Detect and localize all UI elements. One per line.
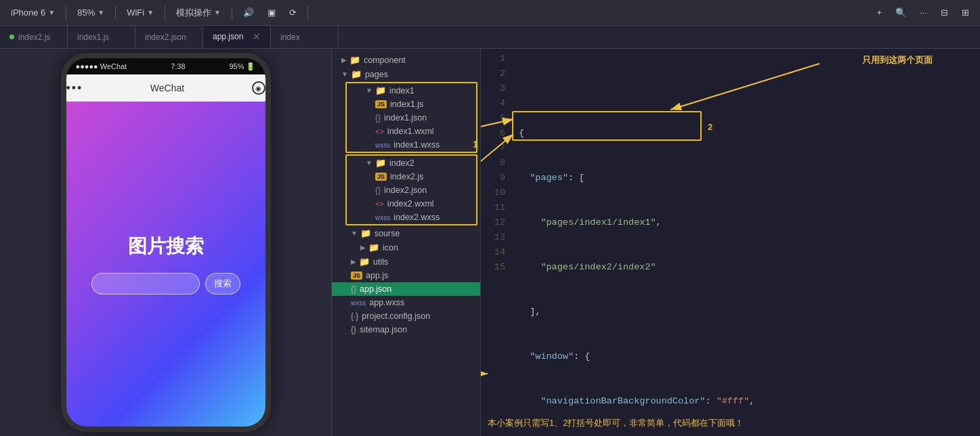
battery-label: 85% bbox=[77, 7, 95, 18]
wxml-icon: <> bbox=[375, 200, 384, 208]
folder-label: sourse bbox=[375, 229, 400, 238]
divider-5 bbox=[307, 6, 308, 20]
file-label: index1.wxml bbox=[387, 127, 434, 136]
folder-component[interactable]: ▶ 📁 component bbox=[332, 53, 480, 67]
file-index2wxml[interactable]: <> index2.wxml bbox=[347, 197, 476, 211]
file-appjson[interactable]: {} app.json bbox=[332, 282, 480, 296]
divider-2 bbox=[115, 6, 116, 20]
file-appwxss[interactable]: wxss app.wxss bbox=[332, 296, 480, 309]
json-icon: {} bbox=[351, 284, 356, 294]
code-editor[interactable]: 只用到这两个页面 1 2 3 4 5 6 7 8 9 10 11 12 13 1… bbox=[481, 49, 980, 436]
tab-index1js[interactable]: index1.js bbox=[68, 26, 135, 48]
code-area: 1 2 3 4 5 6 7 8 9 10 11 12 13 14 15 { "p… bbox=[481, 49, 980, 436]
file-index1js[interactable]: JS index1.js bbox=[347, 97, 476, 111]
phone-preview: ●●●●● WeChat 7:38 95% 🔋 ••• WeChat ◉ 图片搜… bbox=[0, 49, 332, 436]
audio-btn[interactable]: 🔊 bbox=[238, 5, 259, 20]
folder-icon: 📁 bbox=[375, 85, 386, 95]
file-projectconfig[interactable]: {·} project.config.json bbox=[332, 309, 480, 323]
folder-utils[interactable]: ▶ 📁 utils bbox=[332, 255, 480, 269]
phone-nav-dots: ••• bbox=[66, 81, 83, 95]
toolbar: iPhone 6 ▼ 85% ▼ WiFi ▼ 模拟操作 ▼ 🔊 ▣ ⟳ + 🔍… bbox=[0, 0, 980, 26]
divider-4 bbox=[232, 6, 232, 20]
file-label: app.wxss bbox=[369, 298, 404, 307]
battery-selector[interactable]: 85% ▼ bbox=[72, 5, 110, 20]
code-line-6: ], bbox=[519, 305, 973, 320]
json-icon: {} bbox=[375, 113, 381, 123]
device-chevron: ▼ bbox=[48, 9, 55, 16]
line-num: 6 bbox=[481, 126, 505, 141]
index2-group-box: ▼ 📁 index2 JS index2.js {} index2.json <… bbox=[345, 154, 477, 225]
file-appjs[interactable]: JS app.js bbox=[332, 269, 480, 282]
code-line-3: "pages": [ bbox=[519, 171, 973, 186]
network-label: WiFi bbox=[127, 7, 144, 18]
code-line-2: { bbox=[519, 126, 973, 141]
layout-btn[interactable]: ⊟ bbox=[935, 5, 954, 20]
tab-label: index1.js bbox=[77, 32, 109, 42]
folder-icon: 📁 bbox=[368, 242, 379, 253]
file-label: index1.js bbox=[390, 100, 423, 109]
tab-index2json[interactable]: index2.json bbox=[135, 26, 203, 48]
js-icon: JS bbox=[375, 173, 387, 181]
folder-label: utils bbox=[373, 257, 388, 267]
divider-1 bbox=[66, 6, 66, 20]
chevron-down-icon: ▼ bbox=[341, 70, 348, 78]
line-num: 2 bbox=[481, 66, 505, 81]
js-icon: JS bbox=[375, 100, 387, 108]
folder-index1[interactable]: ▼ 📁 index1 bbox=[347, 83, 476, 97]
chevron-down-icon: ▼ bbox=[366, 159, 372, 167]
tab-index2js[interactable]: index2.js bbox=[0, 26, 68, 48]
phone-nav-title: WeChat bbox=[91, 83, 243, 93]
screen-btn[interactable]: ▣ bbox=[262, 5, 281, 20]
tab-label: index bbox=[280, 32, 300, 42]
simulate-selector[interactable]: 模拟操作 ▼ bbox=[171, 5, 226, 21]
search-btn[interactable]: 🔍 bbox=[890, 5, 912, 20]
folder-label: pages bbox=[365, 70, 388, 79]
js-icon: JS bbox=[351, 271, 362, 280]
line-num: 12 bbox=[481, 215, 505, 230]
code-line-1 bbox=[519, 81, 973, 96]
wxss-icon: wxss bbox=[351, 299, 366, 307]
more-btn[interactable]: ··· bbox=[914, 5, 933, 20]
folder-index2[interactable]: ▼ 📁 index2 bbox=[347, 156, 476, 170]
add-btn[interactable]: + bbox=[872, 5, 888, 20]
phone-battery: 95% 🔋 bbox=[229, 62, 255, 71]
file-label: index2.js bbox=[390, 172, 423, 181]
device-selector[interactable]: iPhone 6 ▼ bbox=[5, 5, 60, 20]
wxml-icon: <> bbox=[375, 127, 384, 135]
folder-label: index2 bbox=[389, 158, 414, 168]
network-selector[interactable]: WiFi ▼ bbox=[121, 5, 159, 20]
screen-icon: ▣ bbox=[268, 7, 276, 18]
folder-icon: 📁 bbox=[349, 55, 360, 65]
file-index2json[interactable]: {} index2.json bbox=[347, 183, 476, 197]
phone-search-button[interactable]: 搜索 bbox=[205, 273, 240, 295]
phone-search-input[interactable] bbox=[91, 273, 200, 295]
tab-appjson[interactable]: app.json ✕ bbox=[203, 26, 271, 48]
file-index1wxss[interactable]: wxss index1.wxss bbox=[347, 138, 476, 152]
folder-icon-dir[interactable]: ▶ 📁 icon bbox=[332, 240, 480, 255]
code-line-8: "navigationBarBackgroundColor": "#fff", bbox=[519, 394, 973, 409]
tab-close-icon[interactable]: ✕ bbox=[253, 31, 261, 42]
file-index2js[interactable]: JS index2.js bbox=[347, 170, 476, 183]
folder-label: index1 bbox=[389, 86, 414, 95]
split-btn[interactable]: ⊞ bbox=[956, 5, 975, 20]
file-label: index1.json bbox=[384, 113, 427, 123]
tab-index[interactable]: index bbox=[271, 26, 339, 48]
divider-3 bbox=[165, 6, 165, 20]
folder-pages[interactable]: ▼ 📁 pages bbox=[332, 67, 480, 81]
json-icon: {} bbox=[351, 325, 356, 334]
line-num: 11 bbox=[481, 200, 505, 215]
file-index1wxml[interactable]: <> index1.wxml bbox=[347, 125, 476, 138]
split-icon: ⊞ bbox=[962, 7, 969, 18]
file-label: app.json bbox=[360, 284, 391, 294]
device-label: iPhone 6 bbox=[11, 7, 45, 18]
rotate-btn[interactable]: ⟳ bbox=[284, 5, 302, 20]
code-line-4: "pages/index1/index1", bbox=[519, 215, 973, 230]
phone-device: ●●●●● WeChat 7:38 95% 🔋 ••• WeChat ◉ 图片搜… bbox=[61, 53, 271, 432]
folder-sourse[interactable]: ▼ 📁 sourse bbox=[332, 226, 480, 240]
file-index2wxss[interactable]: wxss index2.wxss bbox=[347, 211, 476, 224]
line-num: 10 bbox=[481, 186, 505, 200]
chevron-right-icon: ▶ bbox=[351, 258, 356, 265]
file-sitemap[interactable]: {} sitemap.json bbox=[332, 323, 480, 336]
simulate-chevron: ▼ bbox=[214, 9, 221, 16]
file-index1json[interactable]: {} index1.json bbox=[347, 111, 476, 125]
